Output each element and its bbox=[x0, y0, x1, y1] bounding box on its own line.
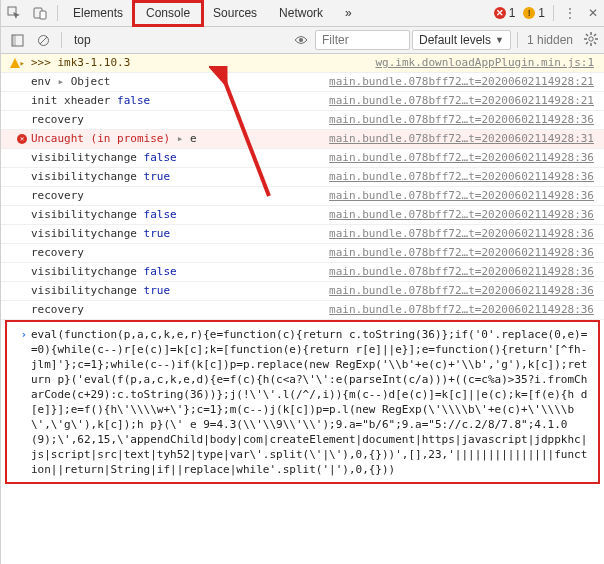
error-count-badge[interactable]: ✕ 1 bbox=[494, 6, 516, 20]
log-message: recovery bbox=[31, 188, 329, 204]
close-icon[interactable]: ✕ bbox=[582, 6, 604, 20]
devtools-menu-icon[interactable]: ⋮ bbox=[558, 6, 582, 20]
svg-rect-4 bbox=[12, 35, 16, 46]
log-message: visibilitychange false bbox=[31, 150, 329, 166]
log-message: visibilitychange true bbox=[31, 226, 329, 242]
log-row[interactable]: recoverymain.bundle.078bff72…t=202006021… bbox=[1, 111, 604, 130]
log-source-link[interactable]: main.bundle.078bff72…t=20200602114928:36 bbox=[329, 245, 600, 261]
log-source-link[interactable]: main.bundle.078bff72…t=20200602114928:36 bbox=[329, 150, 600, 166]
svg-point-7 bbox=[299, 38, 303, 42]
log-row[interactable]: ✕Uncaught (in promise) ▸ emain.bundle.07… bbox=[1, 130, 604, 149]
tab-console[interactable]: Console bbox=[132, 0, 204, 27]
context-selector[interactable]: top bbox=[68, 33, 178, 47]
error-icon: ✕ bbox=[17, 134, 27, 144]
warning-icon bbox=[10, 58, 20, 68]
log-row[interactable]: recoverymain.bundle.078bff72…t=202006021… bbox=[1, 244, 604, 263]
log-message: visibilitychange false bbox=[31, 264, 329, 280]
log-message: visibilitychange true bbox=[31, 169, 329, 185]
warning-count-badge[interactable]: ! 1 bbox=[523, 6, 545, 20]
svg-line-14 bbox=[594, 42, 596, 44]
devtools-tabbar: Elements Console Sources Network » ✕ 1 !… bbox=[1, 0, 604, 27]
console-toolbar: top Default levels ▼ 1 hidden bbox=[1, 27, 604, 54]
log-row[interactable]: visibilitychange falsemain.bundle.078bff… bbox=[1, 149, 604, 168]
log-row[interactable]: visibilitychange truemain.bundle.078bff7… bbox=[1, 168, 604, 187]
svg-text:✕: ✕ bbox=[20, 135, 24, 143]
separator bbox=[553, 5, 554, 21]
log-gutter: ✕ bbox=[1, 131, 31, 144]
log-row[interactable]: env ▸ Objectmain.bundle.078bff72…t=20200… bbox=[1, 73, 604, 92]
settings-icon[interactable] bbox=[578, 32, 604, 49]
log-message: recovery bbox=[31, 112, 329, 128]
svg-line-13 bbox=[586, 34, 588, 36]
log-row[interactable]: ▸>>> imk3-1.10.3wg.imk.downloadAppPlugin… bbox=[1, 54, 604, 73]
log-message: init xheader false bbox=[31, 93, 329, 109]
log-row[interactable]: recoverymain.bundle.078bff72…t=202006021… bbox=[1, 187, 604, 206]
log-source-link[interactable]: main.bundle.078bff72…t=20200602114928:36 bbox=[329, 169, 600, 185]
context-label: top bbox=[74, 33, 91, 47]
log-source-link[interactable]: main.bundle.078bff72…t=20200602114928:31 bbox=[329, 131, 600, 147]
warning-icon: ! bbox=[523, 7, 535, 19]
filter-input[interactable] bbox=[315, 30, 410, 50]
svg-line-16 bbox=[586, 42, 588, 44]
log-source-link[interactable]: main.bundle.078bff72…t=20200602114928:36 bbox=[329, 302, 600, 318]
tabs-overflow[interactable]: » bbox=[334, 0, 363, 27]
svg-rect-2 bbox=[40, 11, 46, 19]
device-toolbar-icon[interactable] bbox=[27, 0, 53, 27]
log-source-link[interactable]: main.bundle.078bff72…t=20200602114928:36 bbox=[329, 188, 600, 204]
separator bbox=[57, 5, 58, 21]
log-source-link[interactable]: main.bundle.078bff72…t=20200602114928:36 bbox=[329, 207, 600, 223]
log-source-link[interactable]: main.bundle.078bff72…t=20200602114928:36 bbox=[329, 112, 600, 128]
clear-console-icon[interactable] bbox=[31, 28, 55, 52]
log-message: >>> imk3-1.10.3 bbox=[31, 55, 375, 71]
warning-count: 1 bbox=[538, 6, 545, 20]
annotation-box: › eval(function(p,a,c,k,e,r){e=function(… bbox=[5, 320, 600, 484]
log-row[interactable]: init xheader falsemain.bundle.078bff72…t… bbox=[1, 92, 604, 111]
log-row[interactable]: visibilitychange falsemain.bundle.078bff… bbox=[1, 206, 604, 225]
log-levels-select[interactable]: Default levels ▼ bbox=[412, 30, 511, 50]
separator bbox=[61, 32, 62, 48]
log-message: visibilitychange false bbox=[31, 207, 329, 223]
sidebar-toggle-icon[interactable] bbox=[5, 28, 29, 52]
log-levels-label: Default levels bbox=[419, 31, 491, 49]
log-source-link[interactable]: main.bundle.078bff72…t=20200602114928:36 bbox=[329, 226, 600, 242]
log-message: recovery bbox=[31, 245, 329, 261]
log-source-link[interactable]: wg.imk.downloadAppPlugin.min.js:1 bbox=[375, 55, 600, 71]
separator bbox=[517, 32, 518, 48]
log-gutter: ▸ bbox=[1, 55, 31, 71]
error-icon: ✕ bbox=[494, 7, 506, 19]
console-log-area: ▸>>> imk3-1.10.3wg.imk.downloadAppPlugin… bbox=[1, 54, 604, 564]
svg-line-15 bbox=[594, 34, 596, 36]
tab-sources[interactable]: Sources bbox=[202, 0, 268, 27]
svg-line-6 bbox=[40, 37, 47, 44]
log-source-link[interactable]: main.bundle.078bff72…t=20200602114928:21 bbox=[329, 93, 600, 109]
live-expression-icon[interactable] bbox=[289, 28, 313, 52]
prompt-caret: › bbox=[11, 327, 31, 342]
log-message: Uncaught (in promise) ▸ e bbox=[31, 131, 329, 147]
chevron-down-icon: ▼ bbox=[495, 31, 504, 49]
tab-network[interactable]: Network bbox=[268, 0, 334, 27]
log-message: recovery bbox=[31, 302, 329, 318]
log-row[interactable]: recoverymain.bundle.078bff72…t=202006021… bbox=[1, 301, 604, 320]
log-message: env ▸ Object bbox=[31, 74, 329, 90]
log-message: visibilitychange true bbox=[31, 283, 329, 299]
log-source-link[interactable]: main.bundle.078bff72…t=20200602114928:36 bbox=[329, 283, 600, 299]
console-input-row[interactable]: › eval(function(p,a,c,k,e,r){e=function(… bbox=[11, 325, 594, 479]
hidden-messages[interactable]: 1 hidden bbox=[524, 33, 576, 47]
tab-elements[interactable]: Elements bbox=[62, 0, 134, 27]
error-count: 1 bbox=[509, 6, 516, 20]
log-row[interactable]: visibilitychange truemain.bundle.078bff7… bbox=[1, 282, 604, 301]
log-row[interactable]: visibilitychange truemain.bundle.078bff7… bbox=[1, 225, 604, 244]
console-input-code[interactable]: eval(function(p,a,c,k,e,r){e=function(c)… bbox=[31, 327, 588, 477]
inspect-icon[interactable] bbox=[1, 0, 27, 27]
log-source-link[interactable]: main.bundle.078bff72…t=20200602114928:21 bbox=[329, 74, 600, 90]
svg-point-8 bbox=[589, 36, 593, 40]
log-source-link[interactable]: main.bundle.078bff72…t=20200602114928:36 bbox=[329, 264, 600, 280]
log-row[interactable]: visibilitychange falsemain.bundle.078bff… bbox=[1, 263, 604, 282]
